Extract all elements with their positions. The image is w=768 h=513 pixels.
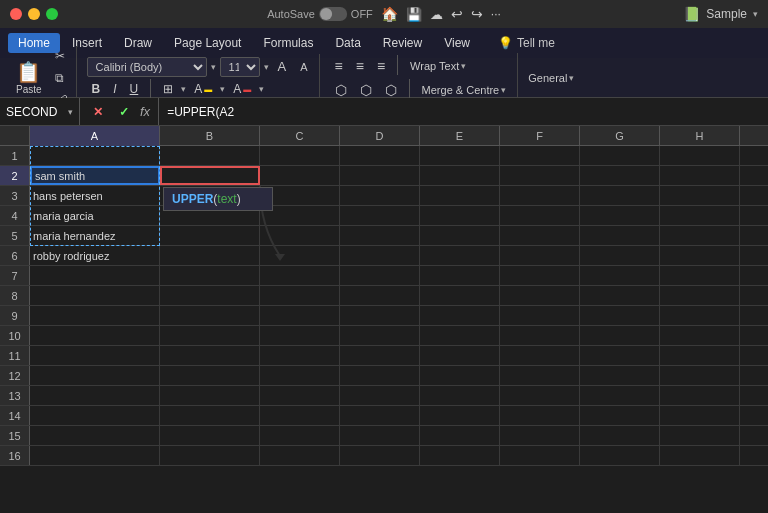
col-header-b[interactable]: B bbox=[160, 126, 260, 146]
cell-b6[interactable] bbox=[160, 246, 260, 265]
cell-e6[interactable] bbox=[420, 246, 500, 265]
cell-d4[interactable] bbox=[340, 206, 420, 225]
font-size-selector[interactable]: 11 bbox=[220, 57, 260, 77]
fill-color-button[interactable]: A▬ bbox=[189, 79, 217, 99]
more-icon[interactable]: ··· bbox=[491, 7, 501, 21]
cut-button[interactable]: ✂ bbox=[50, 46, 72, 66]
toggle-switch[interactable] bbox=[319, 7, 347, 21]
cell-g5[interactable] bbox=[580, 226, 660, 245]
italic-button[interactable]: I bbox=[108, 79, 121, 99]
close-button[interactable] bbox=[10, 8, 22, 20]
col-header-d[interactable]: D bbox=[340, 126, 420, 146]
cloud-save-icon[interactable]: ☁ bbox=[430, 7, 443, 22]
align-bottom-button[interactable]: ≡ bbox=[372, 55, 390, 77]
cell-e3[interactable] bbox=[420, 186, 500, 205]
autocomplete-item-upper[interactable]: UPPER(text) bbox=[164, 188, 272, 210]
confirm-formula-button[interactable]: ✓ bbox=[114, 102, 134, 122]
cell-h6[interactable] bbox=[660, 246, 740, 265]
cell-h3[interactable] bbox=[660, 186, 740, 205]
cell-e1[interactable] bbox=[420, 146, 500, 165]
wrap-text-button[interactable]: Wrap Text ▾ bbox=[405, 55, 471, 77]
cell-h1[interactable] bbox=[660, 146, 740, 165]
col-header-g[interactable]: G bbox=[580, 126, 660, 146]
filename-chevron[interactable]: ▾ bbox=[753, 9, 758, 19]
cancel-formula-button[interactable]: ✕ bbox=[88, 102, 108, 122]
cell-g4[interactable] bbox=[580, 206, 660, 225]
cell-b5[interactable] bbox=[160, 226, 260, 245]
cell-c2[interactable] bbox=[260, 166, 340, 185]
cell-a4[interactable]: maria garcia bbox=[30, 206, 160, 225]
cell-h2[interactable] bbox=[660, 166, 740, 185]
align-top-button[interactable]: ≡ bbox=[330, 55, 348, 77]
cell-h5[interactable] bbox=[660, 226, 740, 245]
cell-d3[interactable] bbox=[340, 186, 420, 205]
border-button[interactable]: ⊞ bbox=[158, 79, 178, 99]
col-header-e[interactable]: E bbox=[420, 126, 500, 146]
autosave-toggle[interactable]: AutoSave OFF bbox=[267, 7, 373, 21]
cell-a2[interactable]: sam smith bbox=[30, 166, 160, 185]
cell-f1[interactable] bbox=[500, 146, 580, 165]
cell-b2[interactable] bbox=[160, 166, 260, 185]
undo-icon[interactable]: ↩ bbox=[451, 6, 463, 22]
increase-font-button[interactable]: A bbox=[273, 56, 292, 77]
cell-f2[interactable] bbox=[500, 166, 580, 185]
col-header-f[interactable]: F bbox=[500, 126, 580, 146]
menu-item-page-layout[interactable]: Page Layout bbox=[164, 33, 251, 53]
font-color-button[interactable]: A▬ bbox=[228, 79, 256, 99]
cell-f4[interactable] bbox=[500, 206, 580, 225]
align-middle-button[interactable]: ≡ bbox=[351, 55, 369, 77]
cell-f6[interactable] bbox=[500, 246, 580, 265]
col-header-h[interactable]: H bbox=[660, 126, 740, 146]
formula-input[interactable] bbox=[159, 105, 768, 119]
cell-h4[interactable] bbox=[660, 206, 740, 225]
menu-item-view[interactable]: View bbox=[434, 33, 480, 53]
cell-b1[interactable] bbox=[160, 146, 260, 165]
cell-a1[interactable] bbox=[30, 146, 160, 165]
separator1 bbox=[150, 79, 151, 99]
cell-e4[interactable] bbox=[420, 206, 500, 225]
cell-g6[interactable] bbox=[580, 246, 660, 265]
cell-d6[interactable] bbox=[340, 246, 420, 265]
maximize-button[interactable] bbox=[46, 8, 58, 20]
cell-d2[interactable] bbox=[340, 166, 420, 185]
menu-item-data[interactable]: Data bbox=[325, 33, 370, 53]
cell-g3[interactable] bbox=[580, 186, 660, 205]
cell-a3[interactable]: hans petersen bbox=[30, 186, 160, 205]
cell-e2[interactable] bbox=[420, 166, 500, 185]
menu-item-draw[interactable]: Draw bbox=[114, 33, 162, 53]
underline-button[interactable]: U bbox=[125, 79, 144, 99]
cell-e5[interactable] bbox=[420, 226, 500, 245]
save-icon[interactable]: 💾 bbox=[406, 7, 422, 22]
cell-a6[interactable]: robby rodriguez bbox=[30, 246, 160, 265]
copy-button[interactable]: ⧉ bbox=[50, 68, 72, 88]
cell-a5[interactable]: maria hernandez bbox=[30, 226, 160, 245]
cell-ref-box[interactable]: SECOND ▾ bbox=[0, 98, 80, 125]
bold-button[interactable]: B bbox=[87, 79, 106, 99]
paste-button[interactable]: 📋 Paste bbox=[10, 58, 48, 97]
cell-d1[interactable] bbox=[340, 146, 420, 165]
separator3 bbox=[409, 79, 410, 99]
cell-g1[interactable] bbox=[580, 146, 660, 165]
col-header-a[interactable]: A bbox=[30, 126, 160, 146]
cell-g2[interactable] bbox=[580, 166, 660, 185]
menu-item-formulas[interactable]: Formulas bbox=[253, 33, 323, 53]
cell-c6[interactable] bbox=[260, 246, 340, 265]
font-selector[interactable]: Calibri (Body) bbox=[87, 57, 207, 77]
sheet-area: A B C D E F G H 1 2 sam smith bbox=[0, 126, 768, 513]
tell-me-box[interactable]: 💡 Tell me bbox=[498, 36, 555, 50]
table-row: 7 bbox=[0, 266, 768, 286]
decrease-font-button[interactable]: A bbox=[295, 58, 312, 76]
redo-icon[interactable]: ↪ bbox=[471, 6, 483, 22]
menu-item-review[interactable]: Review bbox=[373, 33, 432, 53]
col-header-c[interactable]: C bbox=[260, 126, 340, 146]
cell-c1[interactable] bbox=[260, 146, 340, 165]
cell-f3[interactable] bbox=[500, 186, 580, 205]
home-nav-icon[interactable]: 🏠 bbox=[381, 6, 398, 22]
row-num-15: 15 bbox=[0, 426, 30, 445]
autocomplete-dropdown[interactable]: UPPER(text) bbox=[163, 187, 273, 211]
cell-c5[interactable] bbox=[260, 226, 340, 245]
minimize-button[interactable] bbox=[28, 8, 40, 20]
cell-d5[interactable] bbox=[340, 226, 420, 245]
cell-f5[interactable] bbox=[500, 226, 580, 245]
cell-a7[interactable] bbox=[30, 266, 160, 285]
